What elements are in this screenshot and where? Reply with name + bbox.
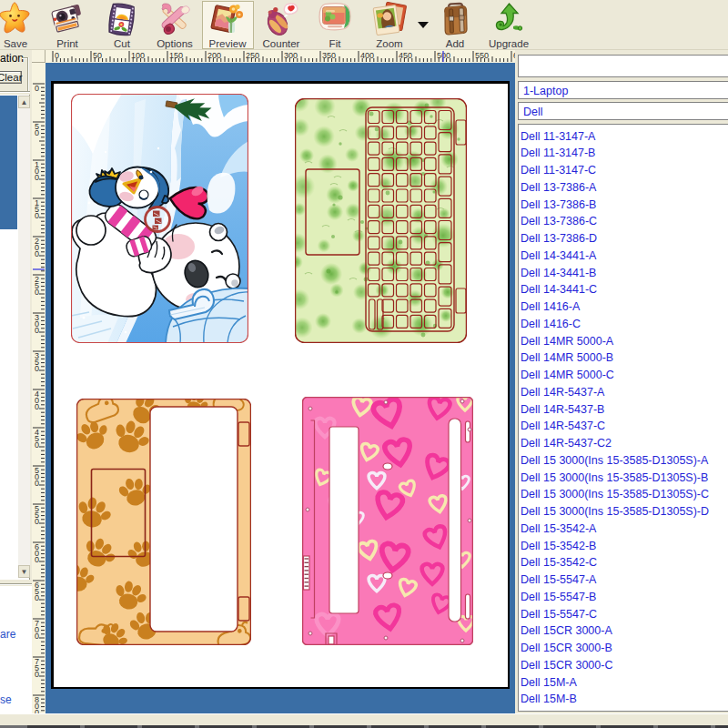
svg-text:0: 0 <box>35 632 39 641</box>
svg-text:0: 0 <box>35 555 39 564</box>
svg-text:0: 0 <box>35 479 39 488</box>
svg-text:0: 0 <box>35 128 39 137</box>
svg-text:0: 0 <box>35 211 39 220</box>
svg-text:0: 0 <box>35 670 39 679</box>
svg-text:0: 0 <box>35 593 39 602</box>
svg-text:50: 50 <box>93 51 102 60</box>
svg-text:0: 0 <box>35 84 39 93</box>
svg-text:0: 0 <box>35 402 39 411</box>
svg-text:0: 0 <box>35 517 39 526</box>
svg-text:0: 0 <box>35 364 39 373</box>
svg-text:0: 0 <box>35 173 39 182</box>
svg-text:0: 0 <box>35 288 39 297</box>
svg-text:0: 0 <box>35 249 39 258</box>
svg-text:0: 0 <box>35 440 39 450</box>
svg-text:0: 0 <box>35 326 39 335</box>
